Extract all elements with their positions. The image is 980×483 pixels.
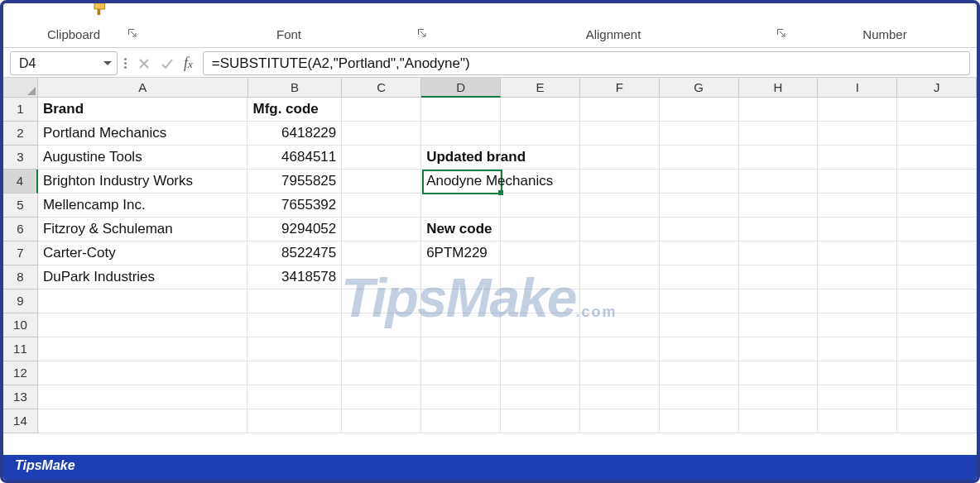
cell[interactable] <box>739 242 819 265</box>
row-header[interactable]: 6 <box>3 218 38 242</box>
cell[interactable] <box>739 337 819 361</box>
cell[interactable] <box>38 313 248 337</box>
cell[interactable] <box>580 289 660 313</box>
cell[interactable] <box>501 194 580 218</box>
cell[interactable]: 3418578 <box>247 265 342 289</box>
row-header[interactable]: 5 <box>3 194 38 218</box>
col-header-D[interactable]: D <box>421 78 501 98</box>
cell[interactable] <box>739 289 819 313</box>
cell[interactable] <box>421 289 501 313</box>
cell[interactable] <box>342 122 421 146</box>
cell[interactable] <box>580 337 660 361</box>
cell[interactable] <box>660 242 739 265</box>
cell[interactable] <box>38 289 248 313</box>
cell[interactable] <box>739 194 819 218</box>
cell[interactable] <box>739 218 819 242</box>
cell[interactable] <box>739 409 819 433</box>
cell[interactable] <box>818 385 897 409</box>
cell[interactable]: Augustine Tools <box>38 146 248 170</box>
row-header[interactable]: 14 <box>3 409 38 433</box>
cell[interactable] <box>501 218 580 242</box>
cell[interactable] <box>38 337 248 361</box>
cell[interactable] <box>818 289 897 313</box>
name-box[interactable]: D4 <box>10 51 118 75</box>
cell[interactable] <box>342 265 421 289</box>
cell[interactable] <box>342 170 421 194</box>
cell[interactable] <box>897 409 977 433</box>
cell[interactable] <box>580 385 660 409</box>
cell[interactable] <box>342 194 421 218</box>
resize-handle-icon[interactable] <box>122 51 127 75</box>
cell[interactable] <box>897 218 977 242</box>
cell[interactable] <box>897 98 977 122</box>
cell[interactable]: 6418229 <box>247 122 342 146</box>
fx-icon[interactable]: fx <box>180 55 196 72</box>
row-header[interactable]: 13 <box>3 385 38 409</box>
cell[interactable] <box>739 265 819 289</box>
select-all-corner[interactable] <box>3 78 38 98</box>
cell[interactable] <box>660 385 739 409</box>
cell[interactable] <box>739 122 819 146</box>
cell[interactable]: 9294052 <box>247 218 342 242</box>
cell[interactable] <box>247 385 342 409</box>
row-header[interactable]: 9 <box>3 289 38 313</box>
row-header[interactable]: 12 <box>3 361 38 385</box>
cell[interactable] <box>421 409 501 433</box>
col-header-F[interactable]: F <box>580 78 660 98</box>
cell[interactable] <box>421 337 501 361</box>
row-header[interactable]: 2 <box>3 122 38 146</box>
row-header[interactable]: 7 <box>3 242 38 265</box>
cell[interactable] <box>818 409 897 433</box>
cell[interactable] <box>247 313 342 337</box>
cell[interactable] <box>818 170 897 194</box>
cell[interactable] <box>38 361 248 385</box>
cell[interactable] <box>897 385 977 409</box>
cell[interactable] <box>818 218 897 242</box>
cell[interactable] <box>580 146 660 170</box>
cell[interactable] <box>342 242 421 265</box>
cell[interactable] <box>660 98 739 122</box>
cell[interactable] <box>501 265 580 289</box>
cell[interactable] <box>897 122 977 146</box>
cell[interactable] <box>660 122 739 146</box>
cell[interactable]: 6PTM229 <box>421 242 501 265</box>
cell[interactable]: DuPark Industries <box>38 265 248 289</box>
cell[interactable]: Updated brand <box>421 146 501 170</box>
cell[interactable] <box>342 289 421 313</box>
row-header[interactable]: 4 <box>3 170 38 194</box>
col-header-E[interactable]: E <box>501 78 580 98</box>
cell[interactable] <box>421 122 501 146</box>
cell[interactable] <box>342 146 421 170</box>
cell[interactable] <box>501 361 580 385</box>
formula-input[interactable]: =SUBSTITUTE(A2,"Portland","Anodyne") <box>203 51 970 75</box>
cell[interactable] <box>501 337 580 361</box>
cell[interactable] <box>580 313 660 337</box>
cell[interactable] <box>342 361 421 385</box>
cell[interactable] <box>580 98 660 122</box>
cell[interactable] <box>897 170 977 194</box>
col-header-C[interactable]: C <box>342 78 421 98</box>
cell[interactable] <box>342 409 421 433</box>
cell[interactable] <box>897 194 977 218</box>
cell[interactable] <box>660 337 739 361</box>
col-header-B[interactable]: B <box>248 78 343 98</box>
enter-formula-button[interactable] <box>157 54 177 74</box>
cell[interactable] <box>818 337 897 361</box>
cell[interactable] <box>38 385 248 409</box>
cell[interactable] <box>897 337 977 361</box>
chevron-down-icon[interactable] <box>103 61 112 66</box>
cell[interactable] <box>501 313 580 337</box>
cell[interactable] <box>421 385 501 409</box>
cell[interactable] <box>739 170 819 194</box>
cell[interactable] <box>897 146 977 170</box>
cell[interactable] <box>897 265 977 289</box>
cell[interactable] <box>660 313 739 337</box>
cell[interactable] <box>342 98 421 122</box>
cell[interactable] <box>660 409 739 433</box>
cell[interactable] <box>421 313 501 337</box>
cell[interactable]: Carter-Coty <box>38 242 248 265</box>
cancel-formula-button[interactable] <box>134 54 154 74</box>
col-header-J[interactable]: J <box>897 78 977 98</box>
col-header-I[interactable]: I <box>818 78 897 98</box>
col-header-H[interactable]: H <box>739 78 819 98</box>
